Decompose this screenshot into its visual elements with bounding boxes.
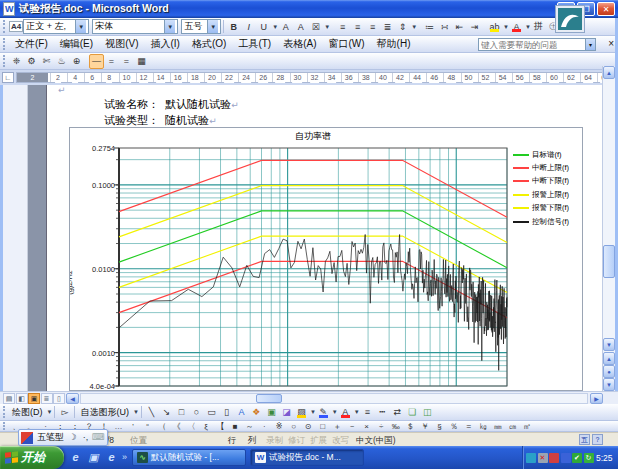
menu-item-0[interactable]: 文件(F) — [9, 36, 54, 52]
horizontal-ruler[interactable]: 2 24681012141618202224262830323436384042… — [16, 72, 612, 83]
toolbar-grip[interactable] — [3, 406, 6, 419]
double-line-button[interactable]: = — [104, 54, 119, 69]
psd-chart-object[interactable]: 自功率谱 (g)2/Hz 0.27540.10000.01000.00104.0… — [69, 127, 583, 391]
custom-tool-icon-1[interactable]: ❈ — [9, 54, 24, 69]
symbol-button-27[interactable]: ＄ — [403, 421, 418, 432]
show-desktop-icon[interactable]: ▣ — [86, 449, 101, 465]
scroll-left-button[interactable]: ◀ — [66, 393, 79, 404]
chevron-down-icon[interactable]: ▼ — [207, 20, 218, 33]
line-style-icon[interactable]: ≡ — [360, 405, 375, 420]
symbol-button-14[interactable]: 【 — [213, 421, 228, 432]
menu-item-4[interactable]: 格式(O) — [186, 36, 232, 52]
align-center-button[interactable]: ≡ — [350, 19, 365, 34]
single-line-button[interactable]: — — [89, 54, 104, 69]
web-layout-view-button[interactable]: ◧ — [16, 393, 28, 404]
line-icon[interactable]: ╲ — [144, 405, 159, 420]
symbol-button-17[interactable]: · — [257, 422, 272, 431]
chevron-down-icon[interactable]: ▼ — [164, 20, 175, 33]
distributed-button[interactable]: ≣ — [380, 19, 395, 34]
tray-volume-icon[interactable] — [561, 453, 571, 463]
horizontal-scroll-thumb[interactable] — [256, 394, 282, 403]
align-right-button[interactable]: ≡ — [365, 19, 380, 34]
font-combo[interactable]: 宋体▼ — [92, 19, 178, 34]
select-objects-icon[interactable]: ▻ — [57, 405, 72, 420]
document-text-line[interactable]: 试验名称： 默认随机试验↵ — [104, 97, 239, 112]
symbol-button-11[interactable]: 《 — [170, 421, 185, 432]
symbol-button-13[interactable]: ξ — [199, 422, 214, 431]
symbol-button-12[interactable]: 〈 — [184, 421, 199, 432]
document-close-icon[interactable]: × — [608, 38, 614, 49]
reading-layout-button[interactable]: ▯ — [53, 393, 65, 404]
align-left-button[interactable]: ≡ — [335, 19, 350, 34]
character-shading-button[interactable]: A — [293, 19, 308, 34]
increase-indent-button[interactable]: ⇥ — [467, 19, 482, 34]
full-half-width-icon[interactable]: ☽ — [66, 431, 79, 444]
task-button-word[interactable]: W 试验报告.doc - M... — [250, 449, 364, 466]
symbol-button-20[interactable]: ⊙ — [301, 422, 316, 431]
menu-item-1[interactable]: 编辑(E) — [54, 36, 99, 52]
bullets-button[interactable]: ∺ — [437, 19, 452, 34]
symbol-button-33[interactable]: ㎜ — [491, 421, 506, 432]
symbol-button-35[interactable]: ㎡ — [520, 421, 535, 432]
symbol-button-19[interactable]: ○ — [286, 422, 301, 431]
chevron-down-icon[interactable]: ▼ — [324, 24, 330, 30]
fill-color-icon[interactable]: ▨ — [294, 405, 309, 420]
outline-view-button[interactable]: ≣ — [41, 393, 53, 404]
symbol-button-9[interactable]: “ — [140, 422, 155, 431]
horizontal-scroll-track[interactable] — [80, 393, 588, 404]
custom-tool-icon-5[interactable]: ⊕ — [69, 54, 84, 69]
ie-quicklaunch-icon[interactable]: e — [68, 449, 83, 465]
menu-item-2[interactable]: 视图(V) — [99, 36, 144, 52]
symbol-button-25[interactable]: ÷ — [374, 422, 389, 431]
vertical-scrollbar[interactable]: ▲ ▼ ▲ ● ▼ — [602, 66, 615, 391]
ime-help-icon[interactable]: ？ — [592, 434, 603, 445]
line-color-icon[interactable]: ✎ — [316, 405, 331, 420]
symbol-button-7[interactable]: … — [111, 422, 126, 431]
ime-logo-icon[interactable] — [21, 432, 33, 444]
tray-network-off-icon[interactable]: ✕ — [538, 453, 548, 463]
scroll-right-button[interactable]: ▶ — [590, 393, 603, 404]
text-box-icon[interactable]: ▭ — [204, 405, 219, 420]
highlight-button[interactable]: ab — [487, 19, 502, 34]
triple-line-button[interactable]: = — [119, 54, 134, 69]
menu-item-8[interactable]: 帮助(H) — [371, 36, 417, 52]
shadow-style-icon[interactable]: ❏ — [405, 405, 420, 420]
vertical-text-box-icon[interactable]: ▯ — [219, 405, 234, 420]
quick-launch-overflow-icon[interactable]: » — [122, 452, 127, 462]
custom-tool-icon-4[interactable]: ♨ — [54, 54, 69, 69]
menu-item-5[interactable]: 工具(T) — [232, 36, 277, 52]
symbol-button-21[interactable]: □ — [315, 422, 330, 431]
help-search-box[interactable]: ▾ — [478, 38, 596, 51]
browse-next-button[interactable]: ▼ — [603, 378, 615, 391]
draw-menu-button[interactable]: 绘图(D) — [9, 406, 46, 419]
custom-tool-icon-3[interactable]: ✄ — [39, 54, 54, 69]
symbol-button-32[interactable]: ㎏ — [476, 421, 491, 432]
bold-button[interactable]: B — [226, 19, 241, 34]
normal-view-button[interactable]: ▤ — [3, 393, 15, 404]
dash-style-icon[interactable]: ┅ — [375, 405, 390, 420]
symbol-button-30[interactable]: ％ — [447, 421, 462, 432]
symbol-button-29[interactable]: § — [432, 422, 447, 431]
symbol-button-34[interactable]: ㎝ — [505, 421, 520, 432]
font-size-combo[interactable]: 五号▼ — [181, 19, 221, 34]
browser-quicklaunch-icon[interactable]: e — [104, 449, 119, 465]
line-spacing-button[interactable]: ⇕ — [395, 19, 410, 34]
columns-button[interactable]: ▦ — [134, 54, 149, 69]
document-page[interactable]: ↵ 试验名称： 默认随机试验↵ 试验类型： 随机试验↵ 自功率谱 (g)2/Hz… — [46, 85, 603, 391]
symbol-button-8[interactable]: ' — [126, 422, 141, 431]
document-text-line[interactable]: 试验类型： 随机试验↵ — [104, 113, 217, 128]
task-button-vibration-app[interactable]: ∿ 默认随机试验 - [... — [132, 449, 246, 466]
soft-keyboard-icon[interactable]: ⌨ — [92, 431, 105, 444]
decrease-indent-button[interactable]: ⇤ — [452, 19, 467, 34]
tab-selector[interactable]: ∟ — [2, 72, 14, 83]
close-button[interactable]: ✕ — [597, 2, 615, 16]
chevron-down-icon[interactable]: ▼ — [75, 20, 86, 33]
help-search-input[interactable] — [479, 39, 585, 51]
scroll-down-button[interactable]: ▼ — [603, 338, 615, 351]
toolbar-grip[interactable] — [3, 38, 6, 51]
styles-and-formatting-icon[interactable]: A4 — [9, 21, 23, 32]
symbol-button-15[interactable]: ■ — [228, 422, 243, 431]
diagram-icon[interactable]: ❖ — [249, 405, 264, 420]
ime-language-bar[interactable]: 五笔型 ☽ ·, ⌨ — [18, 429, 108, 446]
clip-art-icon[interactable]: ▣ — [264, 405, 279, 420]
